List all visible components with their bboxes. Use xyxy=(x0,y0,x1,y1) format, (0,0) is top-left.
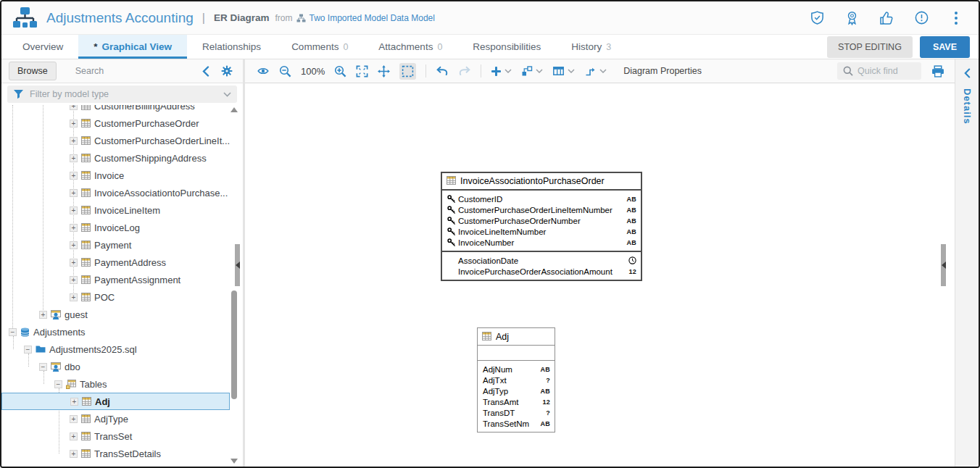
tab-history[interactable]: History3 xyxy=(556,35,626,59)
attribute-row[interactable]: TransAmt12 xyxy=(478,396,555,407)
collapse-right-panel-handle[interactable] xyxy=(941,244,946,286)
gear-icon[interactable] xyxy=(221,65,233,77)
filter-by-model-type-select[interactable]: Filter by model type xyxy=(7,85,237,103)
key-attribute-row[interactable]: InvoiceLineItemNumberAB xyxy=(442,226,641,237)
tree-item-adjustments2025-sql[interactable]: −Adjustments2025.sql xyxy=(1,340,230,358)
attribute-row[interactable]: TransDT? xyxy=(478,407,555,418)
tree-item-customershippingaddress[interactable]: +CustomerShippingAddress xyxy=(1,149,230,167)
details-tab[interactable]: Details xyxy=(962,88,973,125)
tree-item-transset[interactable]: +TransSet xyxy=(1,427,230,445)
expand-icon[interactable]: + xyxy=(70,154,78,162)
expand-icon[interactable]: + xyxy=(70,433,78,440)
table-display-dropdown[interactable] xyxy=(552,65,575,77)
stop-editing-button[interactable]: STOP EDITING xyxy=(827,36,913,58)
tree-item-invoiceassociationtopurchase[interactable]: +InvoiceAssociationtoPurchase... xyxy=(1,184,230,201)
expand-icon[interactable]: + xyxy=(70,293,78,301)
expand-icon[interactable]: + xyxy=(70,259,78,267)
collapse-icon[interactable]: − xyxy=(9,328,17,336)
pan-move-icon[interactable] xyxy=(378,65,390,78)
tree-item-tables[interactable]: −Tables xyxy=(1,375,230,393)
expand-icon[interactable]: + xyxy=(70,120,78,128)
tab-comments[interactable]: Comments0 xyxy=(276,35,363,59)
thumbs-up-icon[interactable] xyxy=(879,10,894,26)
quick-find-box[interactable] xyxy=(837,62,921,80)
print-icon[interactable] xyxy=(931,65,944,78)
expand-icon[interactable]: + xyxy=(70,105,78,110)
attribute-row[interactable]: InvoicePurchaseOrderAssociationAmount12 xyxy=(442,266,641,277)
tree-item-customerpurchaseorderlineit[interactable]: +CustomerPurchaseOrderLineIt... xyxy=(1,132,230,149)
auto-layout-dropdown[interactable] xyxy=(521,65,543,77)
attribute-row[interactable]: AdjNumAB xyxy=(478,364,555,375)
expand-icon[interactable]: + xyxy=(70,415,78,423)
model-name[interactable]: Two Imported Model Data Model xyxy=(309,13,434,23)
attribute-row[interactable]: AdjTxt? xyxy=(478,375,555,385)
entity-header[interactable]: InvoiceAssociationtoPurchaseOrder xyxy=(442,173,641,191)
visibility-eye-icon[interactable] xyxy=(257,66,270,76)
tree-item-guest[interactable]: +guest xyxy=(1,306,230,323)
collapse-icon[interactable]: − xyxy=(54,380,62,388)
scroll-down-arrow[interactable] xyxy=(231,459,238,464)
zoom-out-icon[interactable] xyxy=(279,65,291,78)
zoom-in-icon[interactable] xyxy=(334,65,346,78)
fit-to-screen-icon[interactable] xyxy=(356,65,368,78)
alert-circle-icon[interactable] xyxy=(913,10,929,26)
collapse-icon[interactable]: − xyxy=(39,363,47,371)
tree-item-adjustments[interactable]: −Adjustments xyxy=(1,323,230,340)
tree-item-adj[interactable]: +Adj xyxy=(1,393,230,410)
expand-icon[interactable]: + xyxy=(70,206,78,214)
tree-item-adjtype[interactable]: +AdjType xyxy=(1,410,230,427)
redo-icon[interactable] xyxy=(458,66,471,77)
tab-graphical-view[interactable]: *Graphical View xyxy=(78,35,187,59)
expand-icon[interactable]: + xyxy=(70,224,78,232)
expand-icon[interactable]: + xyxy=(70,172,78,180)
entity-header[interactable]: Adj xyxy=(478,328,555,346)
expand-icon[interactable]: + xyxy=(70,241,78,249)
tree-item-customerpurchaseorder[interactable]: +CustomerPurchaseOrder xyxy=(1,114,230,132)
scroll-up-arrow[interactable] xyxy=(231,107,238,112)
connector-style-dropdown[interactable] xyxy=(584,65,607,77)
key-attribute-row[interactable]: CustomerPurchaseOrderLineItemNumberAB xyxy=(442,204,641,215)
kebab-menu-icon[interactable] xyxy=(948,10,964,26)
open-details-chevron-icon[interactable] xyxy=(964,68,971,78)
key-attribute-row[interactable]: CustomerPurchaseOrderNumberAB xyxy=(442,215,641,226)
expand-icon[interactable]: + xyxy=(70,189,78,197)
scrollbar-thumb[interactable] xyxy=(231,291,237,399)
tree-item-invoicelog[interactable]: +InvoiceLog xyxy=(1,219,230,236)
attribute-row[interactable]: AssociationDate xyxy=(442,255,641,266)
add-object-dropdown[interactable] xyxy=(491,66,512,77)
tab-overview[interactable]: Overview xyxy=(7,35,78,59)
tree-item-invoicelineitem[interactable]: +InvoiceLineItem xyxy=(1,201,230,219)
tab-attachments[interactable]: Attachments0 xyxy=(363,35,457,59)
undo-icon[interactable] xyxy=(436,66,449,77)
save-button[interactable]: SAVE xyxy=(920,36,970,58)
tree-item-payment[interactable]: +Payment xyxy=(1,236,230,254)
collapse-left-panel-handle[interactable] xyxy=(235,244,240,286)
tree-item-dbo[interactable]: −dbo xyxy=(1,358,230,375)
entity-adj[interactable]: AdjAdjNumABAdjTxt?AdjTypABTransAmt12Tran… xyxy=(477,327,555,433)
diagram-properties-button[interactable]: Diagram Properties xyxy=(623,66,702,76)
expand-icon[interactable]: + xyxy=(39,311,47,319)
tab-responsibilities[interactable]: Responsibilities xyxy=(457,35,556,59)
expand-icon[interactable]: + xyxy=(70,398,78,406)
tree-item-poc[interactable]: +POC xyxy=(1,288,230,306)
attribute-row[interactable]: TransSetNmAB xyxy=(478,418,555,429)
collapse-icon[interactable]: − xyxy=(24,346,32,354)
key-attribute-row[interactable]: InvoiceNumberAB xyxy=(442,237,641,248)
collapse-panel-chevron-icon[interactable] xyxy=(202,66,209,77)
expand-icon[interactable]: + xyxy=(70,137,78,145)
tree-item-paymentaddress[interactable]: +PaymentAddress xyxy=(1,254,230,271)
tree-item-paymentassignment[interactable]: +PaymentAssignment xyxy=(1,271,230,288)
attribute-row[interactable]: AdjTypAB xyxy=(478,385,555,396)
shield-check-icon[interactable] xyxy=(809,10,825,26)
expand-icon[interactable]: + xyxy=(70,276,78,284)
marquee-select-icon[interactable] xyxy=(399,63,416,80)
diagram-canvas[interactable]: InvoiceAssociationtoPurchaseOrderCustome… xyxy=(245,83,955,467)
quick-find-input[interactable] xyxy=(858,66,915,76)
search-tab[interactable]: Search xyxy=(75,66,104,76)
tree-item-transsetdetails[interactable]: +TransSetDetails xyxy=(1,445,230,462)
entity-invoiceassociationtopurchaseorder[interactable]: InvoiceAssociationtoPurchaseOrderCustome… xyxy=(441,172,642,281)
tab-relationships[interactable]: Relationships xyxy=(187,35,276,59)
tree-item-invoice[interactable]: +Invoice xyxy=(1,167,230,184)
tree-item-customerbillingaddress[interactable]: +CustomerBillingAddress xyxy=(1,105,230,114)
model-link[interactable]: Two Imported Model Data Model xyxy=(296,13,434,23)
